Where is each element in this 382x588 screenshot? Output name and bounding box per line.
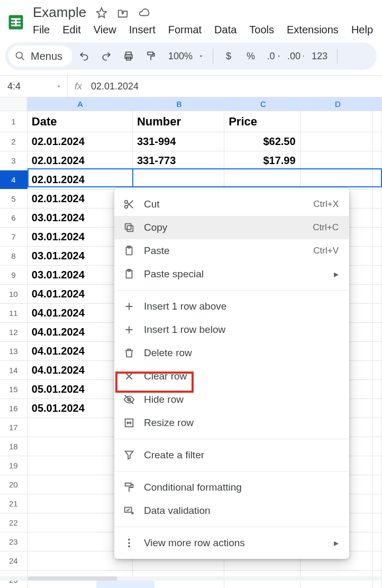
star-icon[interactable] bbox=[96, 7, 107, 19]
col-header-d[interactable]: D bbox=[302, 97, 375, 111]
menu-view[interactable]: View bbox=[94, 24, 116, 36]
ctx-view-more[interactable]: View more row actions ▸ bbox=[114, 531, 349, 555]
cell[interactable] bbox=[373, 532, 382, 551]
row-header[interactable]: 24 bbox=[0, 551, 28, 571]
cell[interactable] bbox=[224, 170, 300, 189]
cell[interactable] bbox=[373, 418, 382, 437]
menu-data[interactable]: Data bbox=[214, 24, 237, 36]
print-button[interactable] bbox=[119, 46, 139, 66]
row-header[interactable]: 22 bbox=[0, 513, 28, 532]
menu-format[interactable]: Format bbox=[168, 24, 202, 36]
row-header[interactable]: 3 bbox=[0, 151, 28, 170]
cell[interactable] bbox=[373, 513, 382, 532]
row-header[interactable]: 21 bbox=[0, 494, 28, 513]
document-title[interactable]: Example bbox=[33, 4, 86, 21]
cell[interactable] bbox=[373, 380, 382, 399]
cell[interactable]: 331-994 bbox=[133, 132, 224, 151]
redo-button[interactable] bbox=[96, 46, 116, 66]
cell[interactable] bbox=[133, 170, 224, 189]
ctx-insert-row-below[interactable]: Insert 1 row below bbox=[114, 318, 349, 341]
ctx-paste[interactable]: Paste Ctrl+V bbox=[114, 239, 349, 263]
select-all-corner[interactable] bbox=[0, 97, 28, 111]
row-header[interactable]: 12 bbox=[0, 323, 28, 342]
menu-tools[interactable]: Tools bbox=[249, 24, 274, 36]
cell[interactable] bbox=[373, 111, 382, 132]
cell[interactable]: Date bbox=[28, 111, 133, 132]
ctx-delete-row[interactable]: Delete row bbox=[114, 341, 349, 365]
cell[interactable] bbox=[301, 132, 373, 151]
ctx-conditional-formatting[interactable]: Conditional formatting bbox=[114, 476, 349, 499]
decrease-decimal-button[interactable]: .0 bbox=[263, 46, 283, 66]
ctx-hide-row[interactable]: Hide row bbox=[114, 388, 349, 411]
cell[interactable] bbox=[373, 323, 382, 342]
paint-format-button[interactable] bbox=[141, 46, 161, 66]
cell[interactable]: 02.01.2024 bbox=[28, 151, 133, 170]
cell[interactable] bbox=[373, 475, 382, 494]
ctx-copy[interactable]: Copy Ctrl+C bbox=[114, 216, 349, 239]
cell[interactable]: Price bbox=[224, 111, 300, 132]
sheets-logo[interactable] bbox=[4, 7, 28, 37]
increase-decimal-button[interactable]: .00 bbox=[285, 46, 305, 66]
row-header[interactable]: 19 bbox=[0, 456, 28, 475]
cell[interactable]: 331-773 bbox=[133, 151, 224, 170]
row-header[interactable]: 14 bbox=[0, 361, 28, 380]
cell[interactable] bbox=[373, 132, 382, 151]
grid-row[interactable]: 402.01.2024 bbox=[0, 170, 382, 189]
cell[interactable] bbox=[373, 456, 382, 475]
col-header-a[interactable]: A bbox=[28, 97, 133, 111]
currency-format-button[interactable]: $ bbox=[219, 46, 239, 66]
row-header[interactable]: 13 bbox=[0, 342, 28, 361]
row-header[interactable]: 7 bbox=[0, 228, 28, 247]
ctx-resize-row[interactable]: Resize row bbox=[114, 411, 349, 435]
cell[interactable] bbox=[373, 228, 382, 247]
menu-edit[interactable]: Edit bbox=[62, 24, 80, 36]
col-header-e[interactable] bbox=[375, 97, 382, 111]
grid-row[interactable]: 1DateNumberPrice bbox=[0, 111, 382, 132]
ctx-clear-row[interactable]: Clear row bbox=[114, 365, 349, 388]
row-header[interactable]: 4 bbox=[0, 170, 28, 189]
cell[interactable]: 02.01.2024 bbox=[28, 132, 133, 151]
move-to-drive-icon[interactable] bbox=[117, 7, 129, 19]
zoom-dropdown[interactable]: 100% bbox=[163, 46, 207, 66]
cell[interactable] bbox=[373, 209, 382, 228]
row-header[interactable]: 20 bbox=[0, 475, 28, 494]
cell[interactable] bbox=[373, 189, 382, 209]
cell[interactable] bbox=[373, 342, 382, 361]
menu-insert[interactable]: Insert bbox=[129, 24, 156, 36]
cell[interactable]: Number bbox=[133, 111, 224, 132]
row-header[interactable]: 18 bbox=[0, 437, 28, 456]
cell[interactable] bbox=[373, 266, 382, 285]
row-header[interactable]: 11 bbox=[0, 304, 28, 323]
menu-file[interactable]: File bbox=[33, 24, 50, 36]
col-header-c[interactable]: C bbox=[225, 97, 302, 111]
sheet-tab[interactable] bbox=[96, 581, 154, 588]
undo-button[interactable] bbox=[74, 46, 94, 66]
row-header[interactable]: 5 bbox=[0, 189, 28, 209]
row-header[interactable]: 2 bbox=[0, 132, 28, 151]
cell[interactable]: $17.99 bbox=[224, 151, 300, 170]
row-header[interactable]: 16 bbox=[0, 399, 28, 418]
row-header[interactable]: 15 bbox=[0, 380, 28, 399]
grid-row[interactable]: 202.01.2024331-994$62.50 bbox=[0, 132, 382, 151]
cell[interactable] bbox=[301, 151, 373, 170]
menu-extensions[interactable]: Extensions bbox=[287, 24, 339, 36]
row-header[interactable]: 23 bbox=[0, 532, 28, 551]
row-header[interactable]: 10 bbox=[0, 285, 28, 304]
ctx-data-validation[interactable]: Data validation bbox=[114, 499, 349, 522]
menus-search[interactable]: Menus bbox=[8, 46, 72, 67]
formula-input[interactable]: 02.01.2024 bbox=[89, 81, 382, 92]
row-header[interactable]: 8 bbox=[0, 247, 28, 266]
ctx-insert-row-above[interactable]: Insert 1 row above bbox=[114, 295, 349, 318]
row-header[interactable]: 1 bbox=[0, 111, 28, 132]
cell[interactable] bbox=[373, 551, 382, 571]
horizontal-scrollbar[interactable] bbox=[0, 576, 382, 581]
cell[interactable] bbox=[373, 437, 382, 456]
cell[interactable]: $62.50 bbox=[224, 132, 300, 151]
cell[interactable] bbox=[373, 247, 382, 266]
menu-help[interactable]: Help bbox=[351, 24, 373, 36]
cell[interactable]: 02.01.2024 bbox=[28, 170, 133, 189]
cell[interactable] bbox=[373, 304, 382, 323]
cell[interactable] bbox=[373, 151, 382, 170]
row-header[interactable]: 9 bbox=[0, 266, 28, 285]
number-format-button[interactable]: 123 bbox=[307, 46, 332, 66]
